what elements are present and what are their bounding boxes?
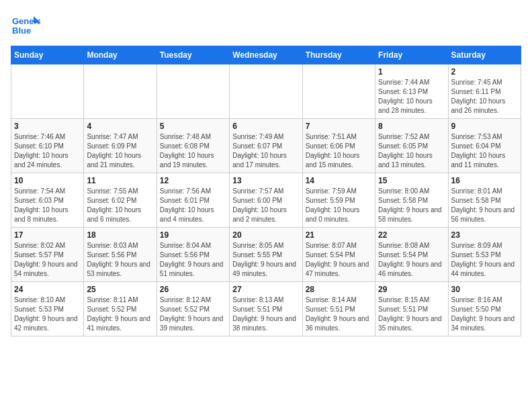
day-info: Sunrise: 7:49 AM Sunset: 6:07 PM Dayligh… [232,132,299,170]
weekday-header-saturday: Saturday [448,46,521,64]
weekday-header-wednesday: Wednesday [230,46,302,64]
day-number: 15 [378,176,445,185]
calendar-cell: 19Sunrise: 8:04 AM Sunset: 5:56 PM Dayli… [157,228,229,282]
calendar-cell: 25Sunrise: 8:11 AM Sunset: 5:52 PM Dayli… [84,282,157,336]
calendar-cell: 22Sunrise: 8:08 AM Sunset: 5:54 PM Dayli… [375,228,448,282]
calendar-cell: 10Sunrise: 7:54 AM Sunset: 6:03 PM Dayli… [11,173,84,228]
day-info: Sunrise: 7:59 AM Sunset: 5:59 PM Dayligh… [306,187,372,224]
day-info: Sunrise: 8:14 AM Sunset: 5:51 PM Dayligh… [306,295,372,333]
calendar-cell: 20Sunrise: 8:05 AM Sunset: 5:55 PM Dayli… [230,228,302,282]
calendar-cell: 12Sunrise: 7:56 AM Sunset: 6:01 PM Dayli… [157,173,229,228]
calendar-cell: 27Sunrise: 8:13 AM Sunset: 5:51 PM Dayli… [230,282,302,336]
day-number: 20 [232,230,299,240]
day-number: 26 [160,285,226,294]
day-number: 27 [232,285,299,294]
day-info: Sunrise: 7:48 AM Sunset: 6:08 PM Dayligh… [160,132,226,170]
weekday-header-monday: Monday [84,46,157,64]
day-info: Sunrise: 8:03 AM Sunset: 5:56 PM Dayligh… [87,241,153,279]
calendar-cell: 2Sunrise: 7:45 AM Sunset: 6:11 PM Daylig… [448,64,521,119]
day-info: Sunrise: 8:00 AM Sunset: 5:58 PM Dayligh… [378,187,445,224]
day-number: 8 [378,122,445,131]
logo: General Blue [11,11,40,40]
calendar-cell: 11Sunrise: 7:55 AM Sunset: 6:02 PM Dayli… [84,173,157,228]
day-number: 9 [451,122,518,131]
calendar-cell: 30Sunrise: 8:16 AM Sunset: 5:50 PM Dayli… [448,282,521,336]
calendar-cell: 1Sunrise: 7:44 AM Sunset: 6:13 PM Daylig… [375,64,448,119]
calendar-cell [84,64,157,119]
calendar-cell: 16Sunrise: 8:01 AM Sunset: 5:58 PM Dayli… [448,173,521,228]
day-info: Sunrise: 7:51 AM Sunset: 6:06 PM Dayligh… [306,132,372,170]
calendar-cell: 21Sunrise: 8:07 AM Sunset: 5:54 PM Dayli… [302,228,375,282]
day-info: Sunrise: 8:16 AM Sunset: 5:50 PM Dayligh… [451,295,518,333]
calendar-cell [302,64,375,119]
day-number: 19 [160,230,226,240]
calendar-cell: 28Sunrise: 8:14 AM Sunset: 5:51 PM Dayli… [302,282,375,336]
day-info: Sunrise: 8:08 AM Sunset: 5:54 PM Dayligh… [378,241,445,279]
day-number: 10 [14,176,81,185]
weekday-header-tuesday: Tuesday [157,46,229,64]
day-info: Sunrise: 8:01 AM Sunset: 5:58 PM Dayligh… [451,187,518,224]
calendar-cell: 18Sunrise: 8:03 AM Sunset: 5:56 PM Dayli… [84,228,157,282]
day-number: 18 [87,230,153,240]
day-number: 21 [306,230,372,240]
day-number: 13 [232,176,299,185]
day-info: Sunrise: 8:05 AM Sunset: 5:55 PM Dayligh… [232,241,299,279]
calendar-cell: 13Sunrise: 7:57 AM Sunset: 6:00 PM Dayli… [230,173,302,228]
calendar-cell [230,64,302,119]
day-info: Sunrise: 7:52 AM Sunset: 6:05 PM Dayligh… [378,132,445,170]
day-number: 2 [451,67,518,77]
calendar-cell: 15Sunrise: 8:00 AM Sunset: 5:58 PM Dayli… [375,173,448,228]
logo-icon: General Blue [11,11,40,40]
calendar-cell: 6Sunrise: 7:49 AM Sunset: 6:07 PM Daylig… [230,119,302,173]
calendar-cell: 17Sunrise: 8:02 AM Sunset: 5:57 PM Dayli… [11,228,84,282]
day-number: 29 [378,285,445,294]
day-info: Sunrise: 8:07 AM Sunset: 5:54 PM Dayligh… [306,241,372,279]
calendar-cell [11,64,84,119]
day-info: Sunrise: 8:02 AM Sunset: 5:57 PM Dayligh… [14,241,81,279]
day-number: 1 [378,67,445,77]
day-info: Sunrise: 7:54 AM Sunset: 6:03 PM Dayligh… [14,187,81,224]
day-info: Sunrise: 7:57 AM Sunset: 6:00 PM Dayligh… [232,187,299,224]
day-info: Sunrise: 8:11 AM Sunset: 5:52 PM Dayligh… [87,295,153,333]
weekday-header-friday: Friday [375,46,448,64]
day-info: Sunrise: 7:47 AM Sunset: 6:09 PM Dayligh… [87,132,153,170]
day-info: Sunrise: 8:10 AM Sunset: 5:53 PM Dayligh… [14,295,81,333]
calendar-cell: 8Sunrise: 7:52 AM Sunset: 6:05 PM Daylig… [375,119,448,173]
day-info: Sunrise: 8:04 AM Sunset: 5:56 PM Dayligh… [160,241,226,279]
day-number: 24 [14,285,81,294]
calendar-cell: 14Sunrise: 7:59 AM Sunset: 5:59 PM Dayli… [302,173,375,228]
calendar-cell: 5Sunrise: 7:48 AM Sunset: 6:08 PM Daylig… [157,119,229,173]
day-info: Sunrise: 7:53 AM Sunset: 6:04 PM Dayligh… [451,132,518,170]
day-info: Sunrise: 8:13 AM Sunset: 5:51 PM Dayligh… [232,295,299,333]
day-info: Sunrise: 7:45 AM Sunset: 6:11 PM Dayligh… [451,78,518,116]
day-number: 12 [160,176,226,185]
weekday-header-thursday: Thursday [302,46,375,64]
svg-text:Blue: Blue [12,26,31,36]
day-number: 16 [451,176,518,185]
calendar-cell: 4Sunrise: 7:47 AM Sunset: 6:09 PM Daylig… [84,119,157,173]
day-number: 4 [87,122,153,131]
day-number: 5 [160,122,226,131]
day-number: 3 [14,122,81,131]
day-info: Sunrise: 7:56 AM Sunset: 6:01 PM Dayligh… [160,187,226,224]
calendar-cell: 24Sunrise: 8:10 AM Sunset: 5:53 PM Dayli… [11,282,84,336]
day-info: Sunrise: 8:15 AM Sunset: 5:51 PM Dayligh… [378,295,445,333]
weekday-header-sunday: Sunday [11,46,84,64]
day-info: Sunrise: 7:46 AM Sunset: 6:10 PM Dayligh… [14,132,81,170]
calendar-cell [157,64,229,119]
calendar-cell: 29Sunrise: 8:15 AM Sunset: 5:51 PM Dayli… [375,282,448,336]
day-info: Sunrise: 7:44 AM Sunset: 6:13 PM Dayligh… [378,78,445,116]
day-number: 7 [306,122,372,131]
day-number: 23 [451,230,518,240]
day-number: 28 [306,285,372,294]
calendar-cell: 9Sunrise: 7:53 AM Sunset: 6:04 PM Daylig… [448,119,521,173]
day-info: Sunrise: 8:09 AM Sunset: 5:53 PM Dayligh… [451,241,518,279]
day-number: 11 [87,176,153,185]
day-info: Sunrise: 7:55 AM Sunset: 6:02 PM Dayligh… [87,187,153,224]
calendar-cell: 26Sunrise: 8:12 AM Sunset: 5:52 PM Dayli… [157,282,229,336]
day-number: 17 [14,230,81,240]
day-info: Sunrise: 8:12 AM Sunset: 5:52 PM Dayligh… [160,295,226,333]
day-number: 25 [87,285,153,294]
day-number: 6 [232,122,299,131]
day-number: 22 [378,230,445,240]
